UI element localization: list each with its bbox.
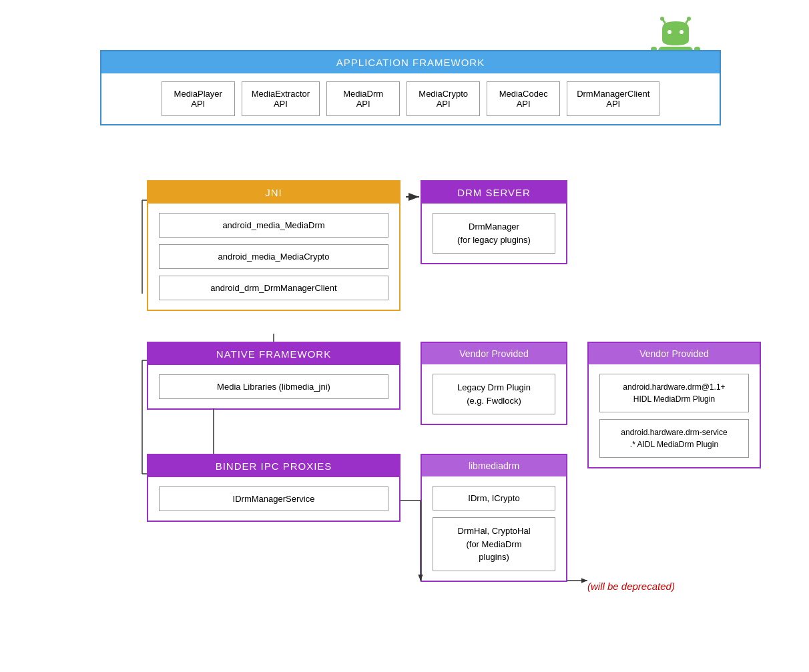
svg-point-2 (660, 17, 664, 21)
drm-server-item-1: DrmManager(for legacy plugins) (433, 213, 555, 254)
binder-ipc-section: BINDER IPC PROXIES IDrmManagerService (147, 454, 400, 522)
diagram-container: APPLICATION FRAMEWORK MediaPlayerAPI Med… (0, 0, 809, 672)
mediadrm-api: MediaDrmAPI (326, 81, 400, 116)
drm-server-section: DRM SERVER DrmManager(for legacy plugins… (421, 180, 567, 264)
native-framework-section: NATIVE FRAMEWORK Media Libraries (libmed… (147, 342, 400, 410)
vendor-right-section: Vendor Provided android.hardware.drm@1.1… (587, 342, 761, 468)
drm-server-body: DrmManager(for legacy plugins) (422, 204, 566, 263)
svg-point-4 (667, 30, 671, 34)
drm-server-header: DRM SERVER (422, 182, 566, 204)
libmedia-section: libmediadrm IDrm, ICrypto DrmHal, Crypto… (421, 454, 567, 582)
jni-section: JNI android_media_MediaDrm android_media… (147, 180, 400, 311)
app-framework-body: MediaPlayerAPI MediaExtractorAPI MediaDr… (101, 73, 720, 124)
mediacrypto-api: MediaCryptoAPI (407, 81, 480, 116)
native-item-1: Media Libraries (libmedia_jni) (159, 374, 388, 399)
jni-item-2: android_media_MediaCrypto (159, 244, 388, 269)
mediaplayer-api: MediaPlayerAPI (162, 81, 235, 116)
jni-header: JNI (148, 182, 399, 204)
mediacodec-api: MediaCodecAPI (487, 81, 560, 116)
svg-point-3 (687, 17, 691, 21)
libmedia-body: IDrm, ICrypto DrmHal, CryptoHal(for Medi… (422, 476, 566, 581)
vendor-left-header: Vendor Provided (422, 343, 566, 364)
vendor-left-section: Vendor Provided Legacy Drm Plugin(e.g. F… (421, 342, 567, 425)
jni-body: android_media_MediaDrm android_media_Med… (148, 204, 399, 310)
vendor-left-body: Legacy Drm Plugin(e.g. Fwdlock) (422, 364, 566, 424)
drmmanagerclient-api: DrmManagerClientAPI (567, 81, 659, 116)
jni-item-3: android_drm_DrmManagerClient (159, 276, 388, 300)
app-framework-section: APPLICATION FRAMEWORK MediaPlayerAPI Med… (100, 50, 721, 125)
deprecated-note: (will be deprecated) (587, 581, 675, 592)
vendor-right-item-1: android.hardware.drm@1.1+HIDL MediaDrm P… (599, 374, 749, 412)
mediaextractor-api: MediaExtractorAPI (242, 81, 320, 116)
native-framework-body: Media Libraries (libmedia_jni) (148, 365, 399, 408)
binder-item-1: IDrmManagerService (159, 486, 388, 511)
libmedia-item-2: DrmHal, CryptoHal(for MediaDrmplugins) (433, 517, 555, 571)
svg-point-5 (680, 30, 684, 34)
jni-item-1: android_media_MediaDrm (159, 213, 388, 238)
vendor-right-body: android.hardware.drm@1.1+HIDL MediaDrm P… (589, 364, 760, 467)
vendor-left-item-1: Legacy Drm Plugin(e.g. Fwdlock) (433, 374, 555, 414)
vendor-right-header: Vendor Provided (589, 343, 760, 364)
binder-ipc-header: BINDER IPC PROXIES (148, 455, 399, 477)
binder-ipc-body: IDrmManagerService (148, 477, 399, 521)
libmedia-item-1: IDrm, ICrypto (433, 486, 555, 511)
app-framework-header: APPLICATION FRAMEWORK (101, 51, 720, 73)
libmedia-header: libmediadrm (422, 455, 566, 476)
vendor-right-item-2: android.hardware.drm-service.* AIDL Medi… (599, 419, 749, 458)
native-framework-header: NATIVE FRAMEWORK (148, 343, 399, 365)
